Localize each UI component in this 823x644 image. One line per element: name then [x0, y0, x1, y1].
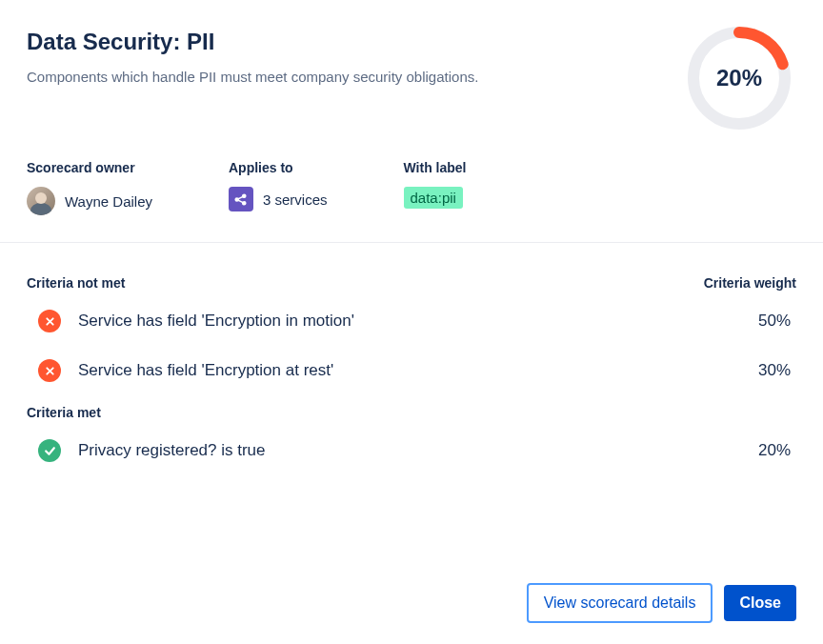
- criteria-weight-header: Criteria weight: [704, 275, 796, 291]
- page-subtitle: Components which handle PII must meet co…: [27, 69, 686, 85]
- owner-label: Scorecard owner: [27, 160, 152, 175]
- avatar[interactable]: [27, 187, 55, 215]
- svg-line-4: [238, 200, 243, 203]
- check-icon: [38, 439, 61, 462]
- page-title: Data Security: PII: [27, 29, 686, 55]
- criteria-weight: 30%: [758, 361, 796, 380]
- svg-line-3: [238, 196, 243, 199]
- owner-name[interactable]: Wayne Dailey: [65, 193, 152, 210]
- criteria-weight: 50%: [758, 312, 796, 331]
- cross-icon: [38, 310, 61, 332]
- divider: [0, 242, 823, 243]
- progress-percent: 20%: [686, 25, 793, 131]
- cross-icon: [38, 359, 61, 382]
- applies-to-text[interactable]: 3 services: [263, 191, 328, 208]
- with-label-label: With label: [404, 160, 467, 175]
- criteria-text: Service has field 'Encryption in motion': [78, 312, 758, 331]
- label-chip[interactable]: data:pii: [404, 187, 463, 209]
- criteria-text: Privacy registered? is true: [78, 441, 758, 460]
- criteria-not-met-header: Criteria not met: [27, 275, 125, 291]
- criteria-row: Service has field 'Encryption in motion'…: [27, 296, 796, 346]
- share-icon: [229, 187, 253, 211]
- criteria-met-header: Criteria met: [27, 405, 796, 420]
- criteria-row: Service has field 'Encryption at rest'30…: [27, 346, 796, 395]
- criteria-text: Service has field 'Encryption at rest': [78, 361, 758, 380]
- criteria-weight: 20%: [758, 441, 796, 460]
- criteria-row: Privacy registered? is true20%: [27, 426, 796, 475]
- progress-ring: 20%: [686, 25, 793, 131]
- applies-to-label: Applies to: [229, 160, 328, 175]
- close-button[interactable]: Close: [724, 585, 796, 621]
- view-scorecard-details-button[interactable]: View scorecard details: [527, 583, 713, 623]
